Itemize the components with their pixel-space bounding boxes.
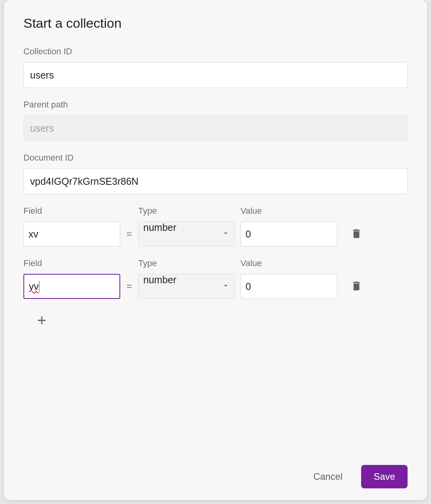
plus-icon <box>35 314 48 328</box>
fields-container: Field = Type number Value <box>23 206 408 453</box>
delete-field-button[interactable] <box>347 277 365 296</box>
dialog-title: Start a collection <box>23 16 408 31</box>
field-name-input[interactable] <box>23 222 120 247</box>
collection-id-input[interactable] <box>23 62 408 88</box>
field-type-label: Type <box>138 258 235 268</box>
field-value-input[interactable] <box>240 274 337 299</box>
field-name-label: Field <box>23 206 120 216</box>
trash-icon <box>351 280 362 293</box>
add-field-button[interactable] <box>32 311 52 331</box>
document-id-input[interactable] <box>23 168 408 194</box>
parent-path-group: Parent path <box>23 100 408 141</box>
document-id-group: Document ID <box>23 153 408 194</box>
dialog-actions: Cancel Save <box>23 453 408 488</box>
field-value-label: Value <box>240 206 337 216</box>
start-collection-dialog: Start a collection Collection ID Parent … <box>4 0 427 500</box>
field-name-label: Field <box>23 258 120 268</box>
field-row: Field = Type number Value <box>23 206 408 247</box>
trash-icon <box>351 228 362 241</box>
field-value-col: Value <box>240 258 337 299</box>
field-name-col: Field <box>23 206 120 247</box>
collection-id-group: Collection ID <box>23 46 408 88</box>
field-value-input[interactable] <box>240 222 337 247</box>
field-type-col: Type number <box>138 258 235 299</box>
field-name-input[interactable]: yv <box>23 274 120 299</box>
field-type-col: Type number <box>138 206 235 247</box>
field-type-label: Type <box>138 206 235 216</box>
field-row: Field yv = Type number Value <box>23 258 408 299</box>
field-value-col: Value <box>240 206 337 247</box>
equals-sign: = <box>126 222 133 247</box>
field-type-select[interactable]: number <box>138 274 235 299</box>
parent-path-input <box>23 115 408 141</box>
field-value-label: Value <box>240 258 337 268</box>
save-button[interactable]: Save <box>361 465 408 488</box>
field-type-select[interactable]: number <box>138 222 235 247</box>
parent-path-label: Parent path <box>23 100 408 110</box>
collection-id-label: Collection ID <box>23 46 408 57</box>
cancel-button[interactable]: Cancel <box>306 466 350 488</box>
delete-field-button[interactable] <box>347 225 365 244</box>
document-id-label: Document ID <box>23 153 408 163</box>
equals-sign: = <box>126 274 133 299</box>
field-name-col: Field yv <box>23 258 120 299</box>
